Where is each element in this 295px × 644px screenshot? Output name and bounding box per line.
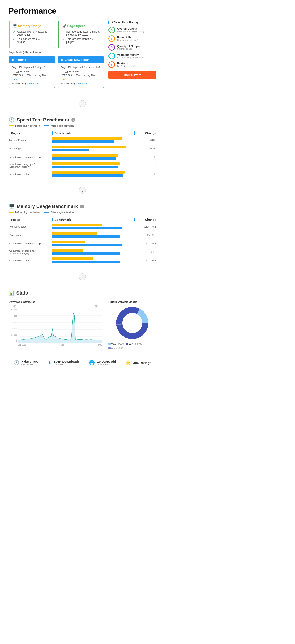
memory-benchmark-section: 🖥️ Memory Usage Benchmark i Before plugi… [9, 204, 156, 263]
downloads-value: 104K Downloads [54, 360, 80, 363]
wphive-rating-panel: WPHive User Rating 5 Overall Quality Mea… [108, 21, 156, 79]
bar-blue [52, 166, 118, 168]
x-label-jan: Jan 2020 [18, 344, 26, 346]
page-label: /wp-admin/edit-comments.php [9, 156, 52, 158]
version-chart-title: Plugin Version Usage [108, 300, 156, 304]
check-icon-1: ✓ [13, 30, 16, 34]
y-label-20k: 20,000 [11, 328, 17, 330]
test-card-new-forum: ▦ Create New Forum Page URL: /wp-admin/p… [58, 56, 104, 88]
table-row: /wp-admin/edit-tags.php?taxonomy=categor… [9, 249, 156, 255]
speed-info-icon[interactable]: i [71, 118, 75, 122]
download-chart-title: Download Statistics [9, 300, 102, 304]
age-value: 10 years old [97, 360, 116, 363]
memory-info-icon[interactable]: i [80, 204, 84, 208]
page-label: /(front page) [9, 147, 52, 150]
rating-value-info: Value for Money Is it good bang for the … [117, 53, 144, 59]
page-label: / (front page) [9, 234, 52, 236]
rating-features: 5 Features Is it feature riched? [108, 62, 156, 68]
page-label: Average Change [9, 139, 52, 142]
star-icon: ⭐ [125, 360, 131, 366]
rating-circle-features: 5 [108, 62, 115, 68]
label-v25: v2.5 [112, 342, 117, 345]
donut-legend: v2.5 44.2% v2.6 54.9% other 0.9% [108, 342, 156, 350]
legend-dot-yellow-mem [9, 212, 14, 213]
legend-before: Before plugin activation [9, 124, 40, 127]
stats-grid: Download Statistics 50,000 40,000 30,000… [9, 300, 156, 350]
tests-grid: ▦ Forums Page URL: /wp-admin/edit.php?po… [9, 56, 104, 88]
footer-stat-age: 🌐 10 years old on WordPress [89, 360, 116, 366]
x-label-mar: Mar [60, 344, 64, 346]
memory-icon: 🖥️ [13, 24, 18, 28]
memory-benchmark-title: 🖥️ Memory Usage Benchmark i [9, 204, 156, 209]
forum-memory: Memory Usage: 0.66 MB [12, 82, 52, 86]
dot-v25 [108, 343, 110, 345]
slider-thumb-right[interactable] [95, 304, 98, 307]
bar-group [52, 162, 134, 168]
table-row: /wp-admin/edit.php + 208.38KB [9, 258, 156, 263]
bar-group [52, 154, 134, 160]
legend-before-mem: Before plugin activation [9, 211, 40, 214]
mem-col-change: Change [134, 218, 156, 222]
legend-v25: v2.5 44.2% [108, 342, 124, 345]
table-row: /wp-admin/edit-tags.php?taxonomy=categor… [9, 162, 156, 168]
rate-now-label: Rate Now [124, 73, 138, 76]
change-value: - 0s [134, 173, 156, 175]
page-label: /wp-admin/edit-tags.php?taxonomy=categor… [9, 163, 52, 168]
new-forum-icon: ▦ [61, 58, 63, 62]
footer-stat-age-info: 10 years old on WordPress [97, 360, 116, 366]
col-header-pages: Pages [9, 132, 52, 135]
test-card-forums: ▦ Forums Page URL: /wp-admin/edit.php?po… [9, 56, 55, 88]
bar-blue [52, 261, 120, 263]
y-label-50k: 50,000 [11, 309, 17, 311]
collapse-button-2[interactable]: ⌄ [79, 187, 86, 194]
forum-url: Page URL: /wp-admin/edit.php?post_type=f… [12, 65, 52, 73]
bar-group [52, 137, 134, 143]
change-value: - 0.26s [134, 147, 156, 150]
stats-section: 📊 Stats Download Statistics 50,000 40,00… [9, 290, 156, 350]
collapse-button-1[interactable]: ⌄ [79, 100, 86, 107]
bar-blue [52, 140, 114, 143]
x-label-may: May [98, 344, 102, 346]
label-other: other [112, 347, 118, 350]
page-tests-label: Page Tests (after activation) [9, 51, 104, 54]
rating-value: 5 Value for Money Is it good bang for th… [108, 53, 156, 59]
change-value: + 208.38KB [134, 259, 156, 262]
collapse-button-3[interactable]: ⌄ [79, 273, 86, 280]
dot-v26 [126, 343, 128, 345]
donut-chart: v2.5 44.2% v2.6 54.9% other 0.9% [108, 306, 156, 350]
speedometer-icon: 🕐 [9, 117, 14, 123]
new-forum-url: Page URL: /wp-admin/post-new.php?post_ty… [61, 65, 101, 73]
table-row: /wp-admin/edit.php - 0s [9, 171, 156, 177]
page-label: /wp-admin/edit-tags.php?taxonomy=categor… [9, 250, 52, 255]
chart-area: Jan 2020 Mar May [18, 309, 102, 346]
page-label: /wp-admin/edit.php [9, 259, 52, 262]
download-stats: Download Statistics 50,000 40,000 30,000… [9, 300, 102, 350]
slider-thumb-left[interactable] [14, 304, 16, 307]
rating-circle-value: 5 [108, 53, 115, 59]
change-value: - 0s [134, 156, 156, 158]
plugin-version: Plugin Version Usage v2.5 [108, 300, 156, 350]
bar-group [52, 240, 134, 246]
downloads-label: This week [54, 363, 80, 366]
legend-dot-yellow [9, 125, 14, 126]
y-label-40k: 40,000 [11, 315, 17, 317]
page-label: /wp-admin/edit-comments.php [9, 242, 52, 245]
bar-group [52, 232, 134, 238]
mem-col-pages: Pages [9, 218, 52, 222]
ratings-value: 306 Ratings [133, 361, 152, 364]
bar-yellow [52, 171, 124, 174]
chevron-down-icon-3: ⌄ [81, 275, 84, 279]
rate-now-button[interactable]: Rate Now ▾ [108, 71, 156, 79]
bar-group [52, 146, 134, 152]
rating-overall-info: Overall Quality Measures the overall qua… [117, 27, 144, 33]
rating-features-info: Features Is it feature riched? [117, 62, 136, 68]
donut-svg [115, 306, 150, 340]
rating-circle-ease: 5 [108, 35, 115, 42]
bar-yellow [52, 224, 102, 226]
chevron-down-icon-1: ⌄ [81, 102, 84, 106]
memory-stat-1: ✓ Average memory usage is 1625.77 KB [13, 30, 51, 36]
bar-blue [52, 149, 89, 152]
test-card-forums-body: Page URL: /wp-admin/edit.php?post_type=f… [9, 63, 55, 88]
change-value: + 155.3KB [134, 234, 156, 236]
slider-track[interactable] [9, 306, 102, 306]
